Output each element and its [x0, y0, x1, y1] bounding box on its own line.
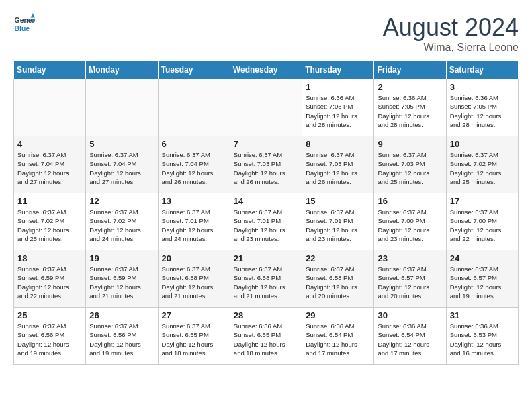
day-info: Sunrise: 6:37 AM Sunset: 7:04 PM Dayligh… — [17, 150, 82, 186]
day-cell-22: 22Sunrise: 6:37 AM Sunset: 6:58 PM Dayli… — [302, 250, 374, 308]
day-number: 8 — [306, 139, 370, 149]
weekday-header-sunday: Sunday — [14, 61, 86, 79]
week-row-3: 11Sunrise: 6:37 AM Sunset: 7:02 PM Dayli… — [14, 193, 519, 250]
day-cell-30: 30Sunrise: 6:36 AM Sunset: 6:54 PM Dayli… — [374, 308, 446, 365]
day-info: Sunrise: 6:36 AM Sunset: 6:53 PM Dayligh… — [450, 322, 515, 357]
day-info: Sunrise: 6:37 AM Sunset: 7:04 PM Dayligh… — [162, 150, 226, 186]
day-number: 15 — [306, 196, 370, 206]
svg-text:General: General — [15, 17, 35, 24]
day-number: 21 — [234, 253, 298, 263]
week-row-1: 1Sunrise: 6:36 AM Sunset: 7:05 PM Daylig… — [14, 79, 519, 136]
day-number: 12 — [89, 196, 154, 206]
day-cell-19: 19Sunrise: 6:37 AM Sunset: 6:59 PM Dayli… — [86, 250, 158, 308]
day-number: 18 — [17, 253, 82, 263]
day-info: Sunrise: 6:36 AM Sunset: 7:05 PM Dayligh… — [378, 93, 442, 129]
day-info: Sunrise: 6:36 AM Sunset: 7:05 PM Dayligh… — [450, 93, 515, 129]
logo: General Blue — [13, 13, 35, 35]
day-number: 19 — [89, 253, 154, 263]
day-number: 25 — [17, 310, 82, 320]
day-info: Sunrise: 6:37 AM Sunset: 6:59 PM Dayligh… — [89, 265, 154, 300]
day-cell-18: 18Sunrise: 6:37 AM Sunset: 6:59 PM Dayli… — [14, 250, 86, 308]
day-number: 22 — [306, 253, 370, 263]
day-number: 23 — [378, 253, 442, 263]
day-cell-4: 4Sunrise: 6:37 AM Sunset: 7:04 PM Daylig… — [14, 136, 86, 193]
day-cell-25: 25Sunrise: 6:37 AM Sunset: 6:56 PM Dayli… — [14, 308, 86, 365]
day-cell-28: 28Sunrise: 6:36 AM Sunset: 6:55 PM Dayli… — [230, 308, 302, 365]
day-number: 4 — [17, 139, 82, 149]
day-number: 16 — [378, 196, 442, 206]
calendar-table: SundayMondayTuesdayWednesdayThursdayFrid… — [13, 60, 519, 365]
day-info: Sunrise: 6:37 AM Sunset: 7:03 PM Dayligh… — [234, 150, 298, 186]
day-number: 11 — [17, 196, 82, 206]
empty-cell — [158, 79, 230, 136]
day-cell-6: 6Sunrise: 6:37 AM Sunset: 7:04 PM Daylig… — [158, 136, 230, 193]
day-number: 24 — [450, 253, 515, 263]
weekday-header-tuesday: Tuesday — [158, 61, 230, 79]
day-number: 6 — [162, 139, 226, 149]
day-info: Sunrise: 6:37 AM Sunset: 7:00 PM Dayligh… — [378, 208, 442, 243]
day-number: 30 — [378, 310, 442, 320]
day-cell-23: 23Sunrise: 6:37 AM Sunset: 6:57 PM Dayli… — [374, 250, 446, 308]
weekday-header-row: SundayMondayTuesdayWednesdayThursdayFrid… — [14, 61, 519, 79]
day-info: Sunrise: 6:37 AM Sunset: 7:04 PM Dayligh… — [89, 150, 154, 186]
day-info: Sunrise: 6:37 AM Sunset: 7:01 PM Dayligh… — [306, 208, 370, 243]
day-cell-20: 20Sunrise: 6:37 AM Sunset: 6:58 PM Dayli… — [158, 250, 230, 308]
day-number: 29 — [306, 310, 370, 320]
day-cell-10: 10Sunrise: 6:37 AM Sunset: 7:02 PM Dayli… — [446, 136, 518, 193]
day-info: Sunrise: 6:37 AM Sunset: 6:58 PM Dayligh… — [306, 265, 370, 300]
day-info: Sunrise: 6:36 AM Sunset: 6:55 PM Dayligh… — [234, 322, 298, 357]
day-number: 31 — [450, 310, 515, 320]
day-cell-1: 1Sunrise: 6:36 AM Sunset: 7:05 PM Daylig… — [302, 79, 374, 136]
day-cell-12: 12Sunrise: 6:37 AM Sunset: 7:02 PM Dayli… — [86, 193, 158, 250]
day-info: Sunrise: 6:37 AM Sunset: 6:57 PM Dayligh… — [378, 265, 442, 300]
day-info: Sunrise: 6:37 AM Sunset: 6:58 PM Dayligh… — [234, 265, 298, 300]
day-cell-31: 31Sunrise: 6:36 AM Sunset: 6:53 PM Dayli… — [446, 308, 518, 365]
day-info: Sunrise: 6:36 AM Sunset: 6:54 PM Dayligh… — [306, 322, 370, 357]
day-number: 3 — [450, 82, 515, 92]
page-header: General Blue August 2024 Wima, Sierra Le… — [13, 13, 519, 54]
day-info: Sunrise: 6:37 AM Sunset: 6:59 PM Dayligh… — [17, 265, 82, 300]
weekday-header-saturday: Saturday — [446, 61, 518, 79]
day-number: 14 — [234, 196, 298, 206]
day-number: 2 — [378, 82, 442, 92]
weekday-header-friday: Friday — [374, 61, 446, 79]
day-number: 9 — [378, 139, 442, 149]
svg-marker-2 — [31, 13, 35, 17]
location: Wima, Sierra Leone — [383, 42, 519, 54]
day-cell-16: 16Sunrise: 6:37 AM Sunset: 7:00 PM Dayli… — [374, 193, 446, 250]
day-info: Sunrise: 6:37 AM Sunset: 7:01 PM Dayligh… — [234, 208, 298, 243]
day-cell-8: 8Sunrise: 6:37 AM Sunset: 7:03 PM Daylig… — [302, 136, 374, 193]
weekday-header-wednesday: Wednesday — [230, 61, 302, 79]
day-number: 28 — [234, 310, 298, 320]
day-cell-7: 7Sunrise: 6:37 AM Sunset: 7:03 PM Daylig… — [230, 136, 302, 193]
day-number: 17 — [450, 196, 515, 206]
weekday-header-monday: Monday — [86, 61, 158, 79]
day-cell-11: 11Sunrise: 6:37 AM Sunset: 7:02 PM Dayli… — [14, 193, 86, 250]
logo-icon: General Blue — [13, 13, 35, 35]
day-cell-13: 13Sunrise: 6:37 AM Sunset: 7:01 PM Dayli… — [158, 193, 230, 250]
day-cell-15: 15Sunrise: 6:37 AM Sunset: 7:01 PM Dayli… — [302, 193, 374, 250]
empty-cell — [86, 79, 158, 136]
day-cell-27: 27Sunrise: 6:37 AM Sunset: 6:55 PM Dayli… — [158, 308, 230, 365]
day-info: Sunrise: 6:37 AM Sunset: 7:03 PM Dayligh… — [378, 150, 442, 186]
svg-text:Blue: Blue — [15, 25, 30, 32]
day-info: Sunrise: 6:37 AM Sunset: 6:56 PM Dayligh… — [17, 322, 82, 357]
week-row-2: 4Sunrise: 6:37 AM Sunset: 7:04 PM Daylig… — [14, 136, 519, 193]
day-number: 27 — [162, 310, 226, 320]
day-info: Sunrise: 6:36 AM Sunset: 7:05 PM Dayligh… — [306, 93, 370, 129]
week-row-4: 18Sunrise: 6:37 AM Sunset: 6:59 PM Dayli… — [14, 250, 519, 308]
empty-cell — [230, 79, 302, 136]
day-cell-26: 26Sunrise: 6:37 AM Sunset: 6:56 PM Dayli… — [86, 308, 158, 365]
day-info: Sunrise: 6:37 AM Sunset: 6:57 PM Dayligh… — [450, 265, 515, 300]
day-info: Sunrise: 6:37 AM Sunset: 7:02 PM Dayligh… — [17, 208, 82, 243]
day-cell-29: 29Sunrise: 6:36 AM Sunset: 6:54 PM Dayli… — [302, 308, 374, 365]
day-number: 10 — [450, 139, 515, 149]
title-block: August 2024 Wima, Sierra Leone — [383, 13, 519, 54]
day-info: Sunrise: 6:37 AM Sunset: 6:55 PM Dayligh… — [162, 322, 226, 357]
day-number: 5 — [89, 139, 154, 149]
day-cell-5: 5Sunrise: 6:37 AM Sunset: 7:04 PM Daylig… — [86, 136, 158, 193]
day-info: Sunrise: 6:37 AM Sunset: 7:02 PM Dayligh… — [450, 150, 515, 186]
weekday-header-thursday: Thursday — [302, 61, 374, 79]
day-cell-2: 2Sunrise: 6:36 AM Sunset: 7:05 PM Daylig… — [374, 79, 446, 136]
day-info: Sunrise: 6:36 AM Sunset: 6:54 PM Dayligh… — [378, 322, 442, 357]
